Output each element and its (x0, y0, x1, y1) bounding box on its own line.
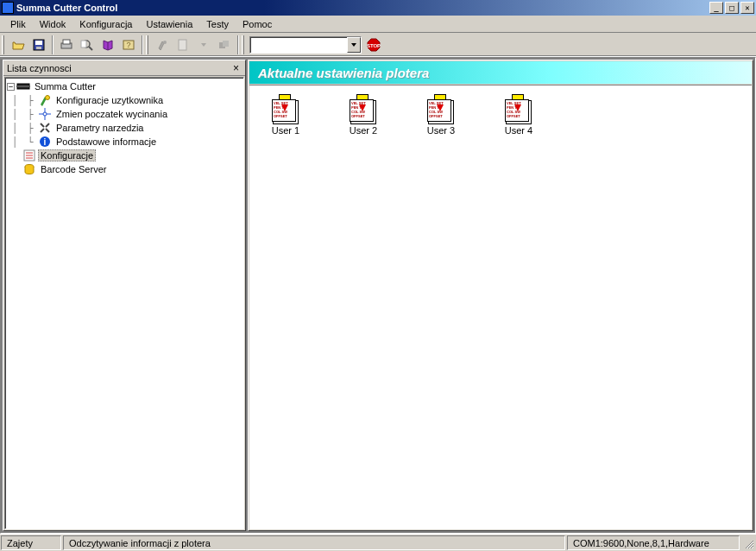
tree-child-3[interactable]: │└ i Podstawowe informacje (7, 135, 243, 149)
user-config-icon: VEL SETPEN TYCOL SWOFFSET (427, 94, 455, 122)
tools-icon (38, 121, 52, 135)
svg-line-6 (89, 47, 92, 50)
tree-child-3-label: Podstawowe informacje (54, 136, 159, 148)
save-button[interactable] (29, 35, 48, 54)
svg-point-22 (43, 112, 47, 116)
svg-rect-14 (223, 41, 229, 47)
left-panel-close[interactable]: × (230, 62, 242, 74)
config-icon (38, 93, 52, 107)
user-config-icon: VEL SETPEN TYCOL SWOFFSET (272, 94, 299, 122)
tree-sibling-1[interactable]: Barcode Server (7, 162, 243, 176)
open-button[interactable] (9, 35, 28, 54)
menu-tests[interactable]: Testy (199, 17, 236, 31)
close-button[interactable]: ✕ (740, 2, 754, 14)
window-title: Summa Cutter Control (16, 3, 709, 13)
tool-button-2[interactable] (173, 35, 192, 54)
svg-rect-4 (63, 40, 70, 44)
svg-rect-18 (16, 86, 30, 87)
user-label-4: User 4 (505, 125, 532, 136)
tool-button-3[interactable] (215, 35, 234, 54)
print-button[interactable] (57, 35, 76, 54)
status-bar: Zajety Odczytywanie informacji z plotera… (0, 534, 756, 551)
user-item-2[interactable]: VEL SETPEN TYCOL SWOFFSET User 2 (337, 94, 389, 521)
toolbar: ? STOP (0, 33, 756, 57)
menu-view[interactable]: Widok (33, 17, 73, 31)
tree-sibling-0[interactable]: Konfiguracje (7, 149, 243, 162)
toolbar-grip-2 (146, 35, 148, 54)
left-panel: Lista czynnosci × − Summa Cutter │├ Konf… (3, 60, 246, 531)
svg-rect-7 (81, 41, 86, 48)
title-bar: Summa Cutter Control _ □ ✕ (0, 0, 756, 16)
toolbar-grip-3 (242, 35, 244, 54)
svg-text:?: ? (126, 41, 130, 49)
toolbar-grip (2, 35, 4, 54)
tool-dropdown-arrow[interactable] (194, 35, 213, 54)
status-message: Odczytywanie informacji z plotera (63, 535, 565, 550)
content-body: VEL SETPEN TYCOL SWOFFSET User 1 VEL SET… (249, 85, 752, 529)
tree-child-0-label: Konfiguracje uzytkownika (54, 94, 166, 106)
info-icon: i (38, 135, 52, 149)
svg-rect-2 (36, 47, 41, 49)
cutter-icon (16, 79, 30, 93)
about-button[interactable]: ? (119, 35, 138, 54)
menu-settings[interactable]: Ustawienia (139, 17, 199, 31)
user-config-icon: VEL SETPEN TYCOL SWOFFSET (350, 94, 377, 122)
maximize-button[interactable]: □ (725, 2, 739, 14)
user-config-icon: VEL SETPEN TYCOL SWOFFSET (505, 94, 532, 122)
barcode-server-icon (22, 162, 36, 176)
user-item-3[interactable]: VEL SETPEN TYCOL SWOFFSET User 3 (415, 94, 467, 521)
menu-file[interactable]: Plik (3, 17, 33, 31)
stop-button[interactable]: STOP (364, 35, 383, 54)
menu-config[interactable]: Konfiguracja (72, 17, 139, 31)
tree-child-1[interactable]: │├ Zmien poczatek wycinania (7, 107, 243, 121)
minimize-button[interactable]: _ (709, 2, 723, 14)
tree-sibling-0-label: Konfiguracje (38, 149, 96, 162)
status-state: Zajety (1, 535, 61, 550)
user-item-4[interactable]: VEL SETPEN TYCOL SWOFFSET User 4 (493, 94, 545, 521)
content-header: Aktualne ustawienia plotera (249, 61, 752, 84)
right-panel: Aktualne ustawienia plotera VEL SETPEN T… (248, 60, 753, 531)
user-label-2: User 2 (350, 125, 377, 136)
left-panel-title-bar: Lista czynnosci × (3, 60, 245, 76)
tree-view[interactable]: − Summa Cutter │├ Konfiguracje uzytkowni… (4, 77, 244, 529)
help-book-button[interactable] (98, 35, 117, 54)
toolbar-combo[interactable] (249, 36, 362, 54)
tree-child-2[interactable]: │├ Parametry narzedzia (7, 121, 243, 135)
svg-rect-12 (179, 40, 186, 50)
left-panel-title: Lista czynnosci (7, 63, 230, 73)
svg-rect-1 (35, 41, 42, 45)
menu-bar: Plik Widok Konfiguracja Ustawienia Testy… (0, 16, 756, 33)
svg-text:STOP: STOP (367, 43, 381, 48)
tree-child-1-label: Zmien poczatek wycinania (54, 108, 170, 120)
tree-root[interactable]: − Summa Cutter (7, 79, 243, 93)
preview-button[interactable] (78, 35, 97, 54)
app-icon (2, 2, 14, 14)
svg-text:i: i (44, 137, 47, 147)
settings-list-icon (22, 149, 36, 162)
tree-child-2-label: Parametry narzedzia (54, 122, 147, 134)
svg-point-11 (163, 41, 167, 44)
svg-point-19 (46, 96, 50, 100)
tool-button-1[interactable] (153, 35, 172, 54)
user-item-1[interactable]: VEL SETPEN TYCOL SWOFFSET User 1 (260, 94, 312, 521)
tree-child-0[interactable]: │├ Konfiguracje uzytkownika (7, 93, 243, 107)
status-port: COM1:9600,None,8,1,Hardware (567, 535, 740, 550)
tree-sibling-1-label: Barcode Server (38, 163, 109, 175)
collapse-icon[interactable]: − (7, 83, 15, 91)
origin-icon (38, 107, 52, 121)
menu-help[interactable]: Pomoc (236, 17, 279, 31)
user-label-3: User 3 (427, 125, 455, 136)
client-area: Lista czynnosci × − Summa Cutter │├ Konf… (0, 57, 756, 534)
tree-root-label: Summa Cutter (32, 80, 98, 92)
resize-grip-icon[interactable] (740, 535, 756, 551)
user-label-1: User 1 (272, 125, 299, 136)
